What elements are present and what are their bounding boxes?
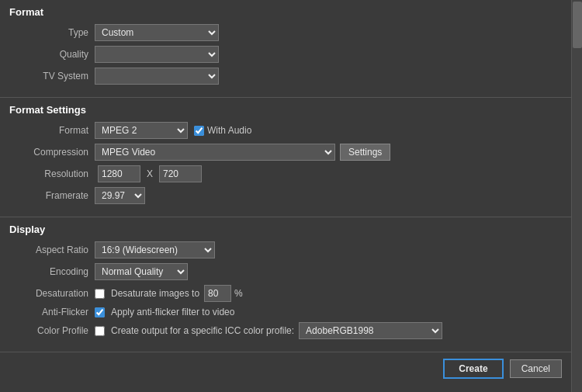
tvsystem-select[interactable]: [95, 68, 219, 85]
format-row: Format MPEG 2 With Audio: [9, 122, 562, 139]
format-settings-title: Format Settings: [9, 104, 562, 116]
desaturation-text: Desaturate images to: [111, 288, 199, 299]
quality-label: Quality: [9, 49, 95, 60]
display-section: Display Aspect Ratio 16:9 (Widescreen) E…: [0, 217, 571, 352]
colorprofile-text: Create output for a specific ICC color p…: [111, 325, 294, 336]
desaturation-row: Desaturation Desaturate images to %: [9, 285, 562, 302]
tvsystem-label: TV System: [9, 71, 95, 82]
quality-row: Quality: [9, 46, 562, 63]
antiflicker-text: Apply anti-flicker filter to video: [111, 307, 234, 317]
quality-select[interactable]: [95, 46, 219, 63]
cancel-button[interactable]: Cancel: [510, 359, 562, 378]
colorprofile-checkbox[interactable]: [95, 326, 105, 336]
footer: Create Cancel: [0, 352, 571, 385]
colorprofile-select[interactable]: AdobeRGB1998: [299, 322, 442, 339]
format-settings-section: Format Settings Format MPEG 2 With Audio…: [0, 98, 571, 217]
resolution-height-input[interactable]: [159, 165, 202, 182]
desaturation-value-input[interactable]: [204, 285, 231, 302]
compression-select[interactable]: MPEG Video: [95, 144, 335, 161]
type-label: Type: [9, 27, 95, 38]
aspect-ratio-select[interactable]: 16:9 (Widescreen): [95, 241, 215, 258]
resolution-x-label: X: [147, 168, 153, 179]
colorprofile-label: Color Profile: [9, 325, 95, 336]
resolution-width-input[interactable]: [98, 165, 140, 182]
encoding-select[interactable]: Normal Quality: [95, 263, 188, 280]
antiflicker-checkbox[interactable]: [95, 307, 105, 317]
resolution-label: Resolution: [9, 168, 95, 179]
type-row: Type Custom: [9, 24, 562, 41]
desaturation-label: Desaturation: [9, 288, 95, 299]
antiflicker-label: Anti-Flicker: [9, 307, 95, 317]
settings-button[interactable]: Settings: [340, 144, 390, 161]
framerate-row: Framerate 29.97: [9, 187, 562, 204]
resolution-row: Resolution X: [9, 165, 562, 182]
aspect-ratio-row: Aspect Ratio 16:9 (Widescreen): [9, 241, 562, 258]
format-section: Format Type Custom Quality TV System: [0, 0, 571, 98]
tvsystem-row: TV System: [9, 68, 562, 85]
framerate-label: Framerate: [9, 190, 95, 201]
scrollbar[interactable]: [571, 0, 582, 392]
with-audio-checkbox[interactable]: [194, 126, 204, 136]
desaturation-checkbox[interactable]: [95, 289, 105, 299]
encoding-label: Encoding: [9, 266, 95, 277]
framerate-select[interactable]: 29.97: [95, 187, 145, 204]
format-label: Format: [9, 125, 95, 136]
colorprofile-row: Color Profile Create output for a specif…: [9, 322, 562, 339]
format-section-title: Format: [9, 6, 562, 18]
create-button[interactable]: Create: [443, 359, 503, 379]
encoding-row: Encoding Normal Quality: [9, 263, 562, 280]
compression-label: Compression: [9, 147, 95, 158]
aspect-ratio-label: Aspect Ratio: [9, 245, 95, 255]
scrollbar-thumb[interactable]: [573, 2, 582, 48]
with-audio-label: With Audio: [207, 125, 251, 136]
antiflicker-row: Anti-Flicker Apply anti-flicker filter t…: [9, 307, 562, 317]
compression-row: Compression MPEG Video Settings: [9, 144, 562, 161]
with-audio-group: With Audio: [194, 125, 251, 136]
type-select[interactable]: Custom: [95, 24, 219, 41]
display-section-title: Display: [9, 224, 562, 235]
format-select[interactable]: MPEG 2: [95, 122, 188, 139]
percent-label: %: [234, 288, 243, 299]
